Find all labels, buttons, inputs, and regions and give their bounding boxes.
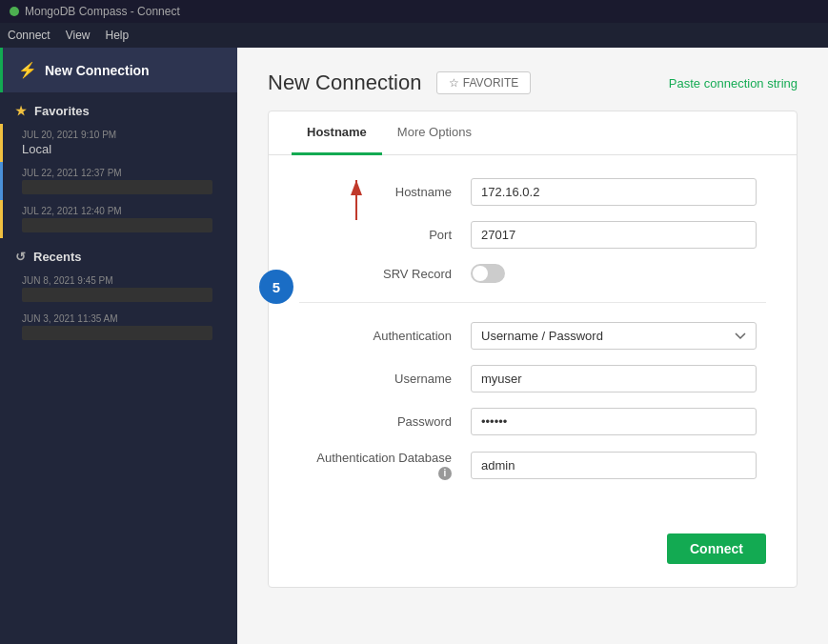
username-label: Username	[299, 372, 471, 386]
sidebar-item-recent1[interactable]: JUN 8, 2021 9:45 PM ████████	[0, 270, 237, 308]
title-bar-text: MongoDB Compass - Connect	[25, 5, 180, 18]
item-name-redacted: staging	[22, 180, 212, 194]
auth-label: Authentication	[299, 329, 471, 343]
password-label: Password	[299, 414, 471, 429]
content-header: New Connection ☆ FAVORITE Paste connecti…	[268, 70, 798, 95]
hostname-input[interactable]	[471, 178, 757, 206]
srv-row: SRV Record	[299, 264, 766, 283]
item-date: JUN 3, 2021 11:35 AM	[22, 313, 222, 324]
connect-btn-row: Connect	[269, 518, 797, 587]
port-row: Port	[299, 221, 766, 249]
menu-view[interactable]: View	[66, 29, 91, 42]
favorites-section-header: ★ Favorites	[0, 92, 237, 124]
tabs: Hostname More Options	[269, 111, 797, 155]
form-card: Hostname More Options	[268, 111, 798, 588]
title-bar-dot	[10, 7, 19, 16]
favorites-label: Favorites	[34, 104, 90, 118]
menu-help[interactable]: Help	[106, 29, 130, 42]
hostname-row: Hostname	[299, 178, 766, 206]
recents-label: Recents	[33, 250, 82, 264]
auth-db-input[interactable]	[471, 452, 757, 479]
connect-button[interactable]: Connect	[667, 533, 766, 564]
form-body: 5 Hostname Port SRV Record	[269, 155, 797, 518]
auth-db-info-icon: i	[438, 467, 452, 480]
item-name-recent2: ███████	[22, 326, 212, 340]
sidebar-item-staging[interactable]: JUL 22, 2021 12:37 PM staging	[0, 162, 237, 200]
clock-icon: ↺	[15, 250, 26, 264]
sidebar: ⚡ New Connection ★ Favorites JUL 20, 202…	[0, 48, 237, 644]
recents-section-header: ↺ Recents	[0, 238, 237, 270]
step-badge: 5	[259, 270, 293, 304]
favorite-button[interactable]: ☆ FAVORITE	[436, 71, 531, 94]
item-date: JUL 20, 2021 9:10 PM	[22, 130, 222, 140]
title-bar: MongoDB Compass - Connect	[0, 0, 828, 23]
item-date: JUN 8, 2021 9:45 PM	[22, 275, 222, 286]
new-connection-label: New Connection	[45, 63, 150, 78]
page-title: New Connection	[268, 70, 421, 95]
item-name-recent1: ████████	[22, 288, 212, 302]
menu-bar: Connect View Help	[0, 23, 828, 48]
form-divider	[299, 302, 766, 303]
bolt-icon: ⚡	[18, 61, 37, 79]
password-row: Password	[299, 408, 766, 435]
main-layout: ⚡ New Connection ★ Favorites JUL 20, 202…	[0, 48, 828, 644]
item-name-redacted2: ██████	[22, 218, 212, 232]
item-date: JUL 22, 2021 12:40 PM	[22, 206, 222, 216]
toggle-slider	[471, 264, 505, 283]
content-title-row: New Connection ☆ FAVORITE	[268, 70, 531, 95]
item-name: Local	[22, 142, 212, 156]
sidebar-new-connection[interactable]: ⚡ New Connection	[0, 48, 237, 92]
tab-more-options[interactable]: More Options	[382, 111, 487, 155]
auth-row: Authentication Username / Password None …	[299, 322, 766, 350]
paste-connection-string-link[interactable]: Paste connection string	[669, 76, 798, 91]
auth-db-label: Authentication Database i	[299, 451, 471, 480]
srv-toggle[interactable]	[471, 264, 505, 283]
auth-select[interactable]: Username / Password None X.509 Kerberos …	[471, 322, 757, 350]
password-input[interactable]	[471, 408, 757, 435]
port-input[interactable]	[471, 221, 757, 249]
auth-db-row: Authentication Database i	[299, 451, 766, 480]
content-area: New Connection ☆ FAVORITE Paste connecti…	[237, 48, 828, 644]
hostname-label: Hostname	[299, 185, 471, 199]
srv-label: SRV Record	[299, 267, 471, 281]
tab-hostname[interactable]: Hostname	[292, 111, 382, 155]
item-date: JUL 22, 2021 12:37 PM	[22, 168, 222, 178]
menu-connect[interactable]: Connect	[8, 29, 50, 42]
port-label: Port	[299, 228, 471, 242]
sidebar-item-fav3[interactable]: JUL 22, 2021 12:40 PM ██████	[0, 200, 237, 238]
star-icon: ★	[15, 104, 27, 118]
username-input[interactable]	[471, 365, 757, 392]
sidebar-item-recent2[interactable]: JUN 3, 2021 11:35 AM ███████	[0, 308, 237, 346]
username-row: Username	[299, 365, 766, 392]
sidebar-item-local[interactable]: JUL 20, 2021 9:10 PM Local	[0, 124, 237, 162]
